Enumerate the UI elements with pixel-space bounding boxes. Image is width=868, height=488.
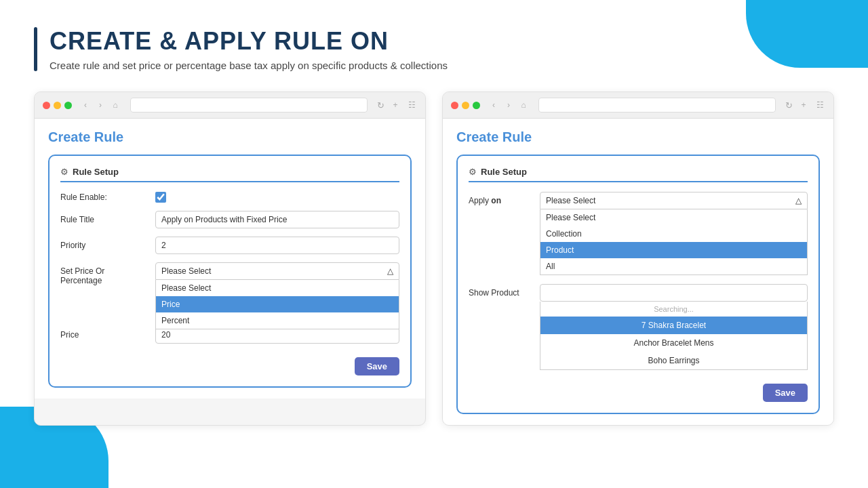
price-label: Price xyxy=(60,330,149,340)
priority-row: Priority xyxy=(60,237,399,254)
left-form-card: ⚙ Rule Setup Rule Enable: Rule Title xyxy=(48,155,412,388)
browser-dots xyxy=(43,102,72,109)
rule-title-row: Rule Title xyxy=(60,211,399,228)
option-price[interactable]: Price xyxy=(156,296,399,312)
set-price-select[interactable]: Please Select △ xyxy=(155,262,399,280)
apply-on-selected-text: Please Select xyxy=(546,196,595,205)
browser-nav: ‹ › ⌂ xyxy=(80,100,121,110)
right-browser-nav: ‹ › ⌂ xyxy=(488,100,529,110)
header-text: CREATE & APPLY RULE ON Create rule and s… xyxy=(50,27,448,71)
browser-address-bar[interactable] xyxy=(130,98,368,113)
header-bar xyxy=(34,27,37,71)
set-price-label: Set Price Or Percentage xyxy=(60,262,149,285)
nav-new-tab[interactable]: + xyxy=(390,100,401,110)
apply-on-bold: on xyxy=(491,196,501,205)
product-item-2[interactable]: Anchor Bracelet Mens xyxy=(540,334,807,352)
header-section: CREATE & APPLY RULE ON Create rule and s… xyxy=(34,27,834,71)
left-create-rule-title: Create Rule xyxy=(48,129,412,145)
right-browser-address-bar[interactable] xyxy=(538,98,776,113)
set-price-arrow: △ xyxy=(387,266,393,276)
left-browser-content: Create Rule ⚙ Rule Setup Rule Enable: R xyxy=(35,119,425,399)
right-nav-forward[interactable]: › xyxy=(503,100,514,110)
apply-on-arrow: △ xyxy=(795,196,802,205)
windows-row: ‹ › ⌂ ↻ + ☷ Create Rule ⚙ Rule Setup xyxy=(34,92,834,426)
apply-on-label: Apply on xyxy=(469,192,533,205)
right-browser-content: Create Rule ⚙ Rule Setup Apply on xyxy=(443,119,833,425)
product-searching-text: Searching... xyxy=(540,302,807,317)
right-nav-back[interactable]: ‹ xyxy=(488,100,499,110)
right-rule-setup-header: ⚙ Rule Setup xyxy=(469,167,808,182)
apply-on-row: Apply on Please Select △ Please Select xyxy=(469,192,808,209)
apply-option-product[interactable]: Product xyxy=(540,242,807,258)
right-nav-home[interactable]: ⌂ xyxy=(518,100,529,110)
right-save-wrapper: Save xyxy=(469,378,808,402)
show-product-label: Show Product xyxy=(469,284,533,298)
right-browser-toolbar: ‹ › ⌂ ↻ + ☷ xyxy=(443,92,833,119)
page-title: CREATE & APPLY RULE ON xyxy=(50,27,448,56)
left-rule-setup-label: Rule Setup xyxy=(73,167,119,177)
right-nav-grid[interactable]: ☷ xyxy=(814,100,825,110)
set-price-selected-text: Please Select xyxy=(161,266,211,276)
right-dot-green xyxy=(473,102,480,109)
product-search-input[interactable] xyxy=(540,284,808,302)
apply-on-dropdown-container: Please Select △ Please Select Collection… xyxy=(540,192,808,209)
set-price-select-wrapper: Please Select △ xyxy=(155,262,399,280)
right-rule-setup-label: Rule Setup xyxy=(481,167,527,177)
show-product-row: Show Product Searching... 7 Shakra Brace… xyxy=(469,284,808,370)
left-browser-toolbar: ‹ › ⌂ ↻ + ☷ xyxy=(35,92,425,119)
apply-option-collection[interactable]: Collection xyxy=(540,226,807,242)
right-browser-window: ‹ › ⌂ ↻ + ☷ Create Rule ⚙ Rule Setup xyxy=(442,92,834,426)
right-create-rule-title: Create Rule xyxy=(456,129,820,145)
apply-on-options: Please Select Collection Product All xyxy=(540,209,808,275)
product-item-1[interactable]: 7 Shakra Bracelet xyxy=(540,317,807,334)
set-price-row: Set Price Or Percentage Please Select △ … xyxy=(60,262,399,285)
gear-icon: ⚙ xyxy=(60,167,68,177)
product-list: Searching... 7 Shakra Bracelet Anchor Br… xyxy=(540,302,808,370)
priority-label: Priority xyxy=(60,241,149,250)
rule-title-input[interactable] xyxy=(155,211,399,228)
rule-title-label: Rule Title xyxy=(60,215,149,224)
page-subtitle: Create rule and set price or percentage … xyxy=(50,60,448,71)
apply-option-all[interactable]: All xyxy=(540,258,807,274)
browser-refresh[interactable]: ↻ xyxy=(377,100,384,110)
nav-forward[interactable]: › xyxy=(95,100,106,110)
left-browser-window: ‹ › ⌂ ↻ + ☷ Create Rule ⚙ Rule Setup xyxy=(34,92,426,426)
right-dot-yellow xyxy=(462,102,469,109)
rule-enable-row: Rule Enable: xyxy=(60,192,399,203)
priority-input[interactable] xyxy=(155,237,399,254)
rule-enable-label: Rule Enable: xyxy=(60,192,149,202)
apply-on-select[interactable]: Please Select △ xyxy=(540,192,808,209)
option-percent[interactable]: Percent xyxy=(156,312,399,329)
left-rule-setup-header: ⚙ Rule Setup xyxy=(60,167,399,182)
left-save-wrapper: Save xyxy=(60,352,399,375)
product-item-3[interactable]: Boho Earrings xyxy=(540,352,807,369)
set-price-dropdown-container: Please Select △ Please Select Price Perc… xyxy=(155,262,399,280)
apply-option-please-select[interactable]: Please Select xyxy=(540,209,807,226)
product-search-container: Searching... 7 Shakra Bracelet Anchor Br… xyxy=(540,284,808,370)
dot-red xyxy=(43,102,50,109)
option-please-select[interactable]: Please Select xyxy=(156,280,399,296)
nav-grid[interactable]: ☷ xyxy=(406,100,417,110)
left-save-button[interactable]: Save xyxy=(355,357,399,375)
dot-green xyxy=(64,102,72,109)
right-dot-red xyxy=(451,102,458,109)
right-nav-new-tab[interactable]: + xyxy=(798,100,809,110)
set-price-options: Please Select Price Percent xyxy=(155,280,399,329)
nav-home[interactable]: ⌂ xyxy=(110,100,121,110)
right-form-card: ⚙ Rule Setup Apply on Please Select xyxy=(456,155,820,414)
right-gear-icon: ⚙ xyxy=(469,167,477,177)
right-browser-dots xyxy=(451,102,480,109)
rule-enable-checkbox[interactable] xyxy=(155,192,166,203)
nav-back[interactable]: ‹ xyxy=(80,100,91,110)
apply-on-select-wrapper: Please Select △ xyxy=(540,192,808,209)
dot-yellow xyxy=(54,102,61,109)
right-save-button[interactable]: Save xyxy=(763,384,808,402)
right-browser-refresh[interactable]: ↻ xyxy=(785,100,793,110)
